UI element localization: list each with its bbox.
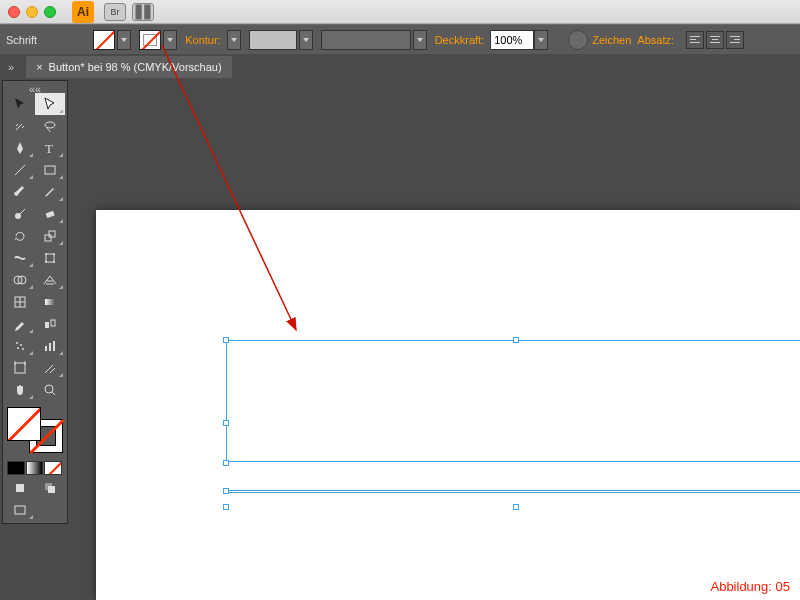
fill-indicator[interactable] [7, 407, 41, 441]
lasso-tool[interactable] [35, 115, 65, 137]
svg-rect-1 [144, 4, 150, 19]
document-tabbar: » × Button* bei 98 % (CMYK/Vorschau) [0, 54, 800, 80]
zoom-window-button[interactable] [44, 6, 56, 18]
pen-tool[interactable] [5, 137, 35, 159]
deckkraft-label[interactable]: Deckkraft: [435, 34, 485, 46]
stroke-dropdown[interactable] [163, 30, 177, 50]
svg-rect-20 [45, 299, 55, 305]
svg-rect-35 [16, 484, 24, 492]
svg-point-13 [45, 261, 47, 263]
svg-line-34 [52, 392, 55, 395]
pencil-tool[interactable] [35, 181, 65, 203]
svg-point-11 [45, 253, 47, 255]
svg-point-25 [17, 347, 19, 349]
selection-handle[interactable] [513, 504, 519, 510]
brush-dropdown[interactable] [413, 30, 427, 50]
svg-rect-21 [45, 322, 49, 328]
panel-toggle-icon[interactable]: » [8, 61, 14, 73]
rotate-tool[interactable] [5, 225, 35, 247]
stroke-swatch[interactable] [139, 30, 161, 50]
perspective-grid-tool[interactable] [35, 269, 65, 291]
scale-tool[interactable] [35, 225, 65, 247]
extra-tool[interactable] [35, 499, 65, 521]
eyedropper-tool[interactable] [5, 313, 35, 335]
align-left-button[interactable] [686, 31, 704, 49]
arrange-documents-button[interactable] [132, 3, 154, 21]
magic-wand-tool[interactable] [5, 115, 35, 137]
minimize-window-button[interactable] [26, 6, 38, 18]
svg-rect-27 [45, 346, 47, 351]
selection-handle[interactable] [223, 488, 229, 494]
window-titlebar: Ai Br [0, 0, 800, 24]
bridge-button[interactable]: Br [104, 3, 126, 21]
selection-handle[interactable] [223, 504, 229, 510]
align-right-button[interactable] [726, 31, 744, 49]
opacity-dropdown[interactable] [534, 30, 548, 50]
svg-point-33 [45, 385, 53, 393]
gradient-mode-button[interactable] [26, 461, 44, 475]
align-center-button[interactable] [706, 31, 724, 49]
draw-normal-button[interactable] [5, 477, 35, 499]
svg-rect-30 [15, 363, 25, 373]
color-mode-button[interactable] [7, 461, 25, 475]
tools-panel: «« T [2, 80, 68, 524]
zoom-tool[interactable] [35, 379, 65, 401]
artboard-tool[interactable] [5, 357, 35, 379]
svg-rect-9 [49, 231, 55, 237]
fill-stroke-indicator[interactable] [5, 405, 65, 455]
slice-tool[interactable] [35, 357, 65, 379]
close-tab-icon[interactable]: × [36, 61, 42, 73]
rectangle-tool[interactable] [35, 159, 65, 181]
brush-definition-field[interactable] [321, 30, 411, 50]
svg-point-14 [53, 261, 55, 263]
free-transform-tool[interactable] [35, 247, 65, 269]
stroke-weight-field[interactable] [249, 30, 297, 50]
paintbrush-tool[interactable] [5, 181, 35, 203]
recolor-artwork-button[interactable] [568, 30, 588, 50]
artboard[interactable]: Abbildung: 05 [96, 210, 800, 600]
selected-object-2[interactable] [226, 490, 800, 493]
panel-grip-icon[interactable]: «« [5, 83, 65, 93]
hand-tool[interactable] [5, 379, 35, 401]
width-tool[interactable] [5, 247, 35, 269]
eraser-tool[interactable] [35, 203, 65, 225]
svg-rect-10 [46, 254, 54, 262]
selection-handle[interactable] [223, 420, 229, 426]
svg-rect-7 [46, 211, 55, 218]
selection-handle[interactable] [513, 337, 519, 343]
shape-builder-tool[interactable] [5, 269, 35, 291]
draw-behind-button[interactable] [35, 477, 65, 499]
direct-selection-tool[interactable] [35, 93, 65, 115]
stroke-weight-stepper[interactable] [227, 30, 241, 50]
absatz-label[interactable]: Absatz: [637, 34, 674, 46]
svg-rect-37 [48, 486, 55, 493]
kontur-label[interactable]: Kontur: [185, 34, 220, 46]
fill-dropdown[interactable] [117, 30, 131, 50]
mesh-tool[interactable] [5, 291, 35, 313]
control-bar: Schrift Kontur: Deckkraft: 100% Zeichen … [0, 24, 800, 54]
selection-handle[interactable] [223, 337, 229, 343]
type-tool[interactable]: T [35, 137, 65, 159]
figure-caption: Abbildung: 05 [710, 579, 790, 594]
blob-brush-tool[interactable] [5, 203, 35, 225]
svg-point-12 [53, 253, 55, 255]
stroke-profile-dropdown[interactable] [299, 30, 313, 50]
none-mode-button[interactable] [44, 461, 62, 475]
selection-handle[interactable] [223, 460, 229, 466]
document-tab[interactable]: × Button* bei 98 % (CMYK/Vorschau) [26, 56, 231, 78]
selected-object-1[interactable] [226, 340, 800, 462]
canvas-area[interactable]: Abbildung: 05 [76, 80, 800, 600]
gradient-tool[interactable] [35, 291, 65, 313]
blend-tool[interactable] [35, 313, 65, 335]
svg-point-2 [45, 122, 55, 128]
selection-tool[interactable] [5, 93, 35, 115]
svg-point-26 [22, 348, 24, 350]
line-tool[interactable] [5, 159, 35, 181]
close-window-button[interactable] [8, 6, 20, 18]
column-graph-tool[interactable] [35, 335, 65, 357]
screen-mode-button[interactable] [5, 499, 35, 521]
fill-swatch[interactable] [93, 30, 115, 50]
opacity-field[interactable]: 100% [490, 30, 534, 50]
zeichen-label[interactable]: Zeichen [592, 34, 631, 46]
symbol-sprayer-tool[interactable] [5, 335, 35, 357]
